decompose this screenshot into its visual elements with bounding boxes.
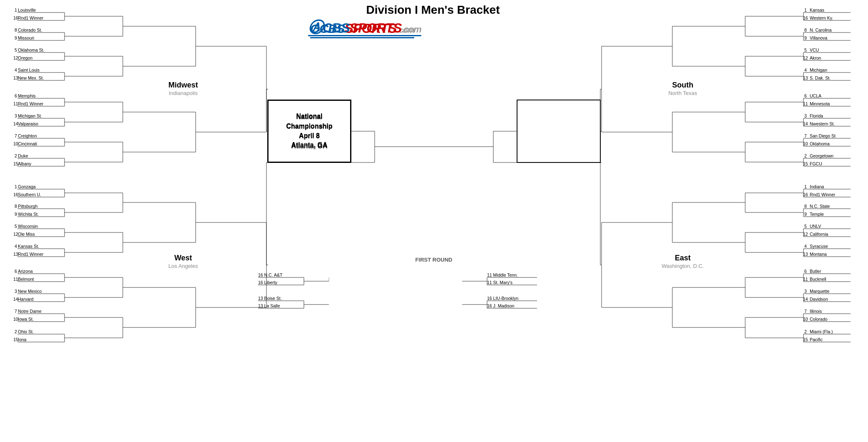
mw-seed-8: 8 xyxy=(15,27,17,32)
mw-seed-7: 7 xyxy=(15,133,17,138)
s-seed-2: 2 xyxy=(804,153,807,158)
s-team-7: San Diego St xyxy=(810,133,836,138)
e-team-14: Davidson xyxy=(810,297,828,302)
west-location: Los Angeles xyxy=(169,263,198,269)
w-team-11: Belmont xyxy=(18,277,34,282)
s-team-3: Florida xyxy=(810,113,823,118)
e-team-4: Syracuse xyxy=(810,244,828,249)
s-team-15: FGCU xyxy=(810,161,822,166)
w-seed-8: 8 xyxy=(15,204,17,209)
mw-seed-15: 15 xyxy=(13,161,18,166)
s-seed-3: 3 xyxy=(804,113,807,118)
e-seed-16: 16 xyxy=(803,192,808,197)
e-seed-1: 1 xyxy=(804,184,807,189)
s-team-5: VCU xyxy=(810,47,819,52)
s-team-12: Akron xyxy=(810,55,821,60)
fr-game3-top: 11 Middle Tenn. xyxy=(487,272,518,277)
e-team-7: Illinois xyxy=(810,309,822,314)
mw-seed-12: 12 xyxy=(13,55,18,60)
mw-team-11: Rnd1 Winner xyxy=(18,101,44,106)
com-letters: .com xyxy=(402,24,421,35)
w-seed-12: 12 xyxy=(13,232,18,237)
mw-team-15: Albany xyxy=(18,161,32,166)
mw-seed-10: 10 xyxy=(13,141,18,146)
nat-champ-text-line3: April 8 xyxy=(299,131,320,141)
mw-team-4: Saint Louis xyxy=(18,67,40,72)
first-round-label: FIRST ROUND xyxy=(415,257,453,263)
fr-game4-bot: 16 J. Madison xyxy=(487,303,515,308)
s-seed-13: 13 xyxy=(803,75,808,80)
w-team-10: Iowa St. xyxy=(18,317,34,322)
w-seed-10: 10 xyxy=(13,317,18,322)
mw-seed-3: 3 xyxy=(15,113,17,118)
e-seed-11: 11 xyxy=(803,277,808,282)
s-team-16: Western Ky. xyxy=(810,15,833,20)
nat-champ-text-box: National Championship April 8 Atlanta, G… xyxy=(268,100,351,162)
nat-champ-text-line2: Championship xyxy=(286,121,332,131)
w-team-4: Kansas St. xyxy=(18,244,39,249)
cbs-logo-text: ⒶCBSSPORTS.com xyxy=(308,20,421,35)
e-team-11: Bucknell xyxy=(810,277,826,282)
mw-seed-1: 1 xyxy=(15,7,17,12)
midwest-label: Midwest xyxy=(168,81,198,89)
w-team-12: Ole Miss xyxy=(18,232,35,237)
e-seed-5: 5 xyxy=(804,224,807,229)
mw-seed-9: 9 xyxy=(15,35,17,40)
final-four-right-rect xyxy=(517,100,600,162)
w-seed-13: 13 xyxy=(13,252,18,257)
s-team-14: Nwestern St. xyxy=(810,121,835,126)
s-seed-6: 6 xyxy=(804,93,807,98)
e-seed-4: 4 xyxy=(804,244,807,249)
e-seed-2: 2 xyxy=(804,329,807,334)
w-team-9: Wichita St. xyxy=(18,212,39,217)
w-seed-4: 4 xyxy=(15,244,17,249)
w-seed-3: 3 xyxy=(15,289,17,294)
s-team-2: Georgetown xyxy=(810,153,833,158)
mw-seed-5: 5 xyxy=(15,47,17,52)
e-seed-3: 3 xyxy=(804,289,807,294)
mw-seed-4: 4 xyxy=(15,67,17,72)
s-seed-9: 9 xyxy=(804,35,807,40)
s-seed-11: 11 xyxy=(803,101,808,106)
e-team-9-temple: Temple xyxy=(810,212,824,217)
s-seed-10: 10 xyxy=(803,141,808,146)
s-seed-4: 4 xyxy=(804,67,807,72)
e-seed-12: 12 xyxy=(803,232,808,237)
cbs-circle-icon: Ⓐ xyxy=(308,19,323,36)
nat-champ-text-line1: National xyxy=(296,111,322,121)
mw-team-5: Oklahoma St. xyxy=(18,47,45,52)
s-seed-16: 16 xyxy=(803,15,808,20)
s-team-11: Minnesota xyxy=(810,101,830,106)
midwest-location: Indianapolis xyxy=(169,90,198,96)
east-label: East xyxy=(675,254,691,262)
w-seed-7: 7 xyxy=(15,309,17,314)
s-team-13: S. Dak. St. xyxy=(810,75,831,80)
s-seed-7: 7 xyxy=(804,133,807,138)
fr-game3-bot: 11 St. Mary's xyxy=(487,280,512,285)
s-seed-14: 14 xyxy=(803,121,808,126)
mw-team-1: Louisville xyxy=(18,7,36,12)
mw-team-3: Michigan St. xyxy=(18,113,42,118)
mw-team-14: Valparaiso xyxy=(18,121,38,126)
mw-team-9: Missouri xyxy=(18,35,34,40)
s-seed-1: 1 xyxy=(804,7,807,12)
w-team-3-nm: New Mexico xyxy=(18,289,42,294)
e-seed-15: 15 xyxy=(803,337,808,342)
mw-team-2: Duke xyxy=(18,153,28,158)
e-team-16: Rnd1 Winner xyxy=(810,192,836,197)
fr-game2-top: 13 Boise St. xyxy=(258,296,282,301)
s-team-4: Michigan xyxy=(810,67,827,72)
s-team-9: Villanova xyxy=(810,35,828,40)
mw-team-8: Colorado St. xyxy=(18,27,42,32)
e-team-8: N.C. State xyxy=(810,204,830,209)
e-team-13: Montana xyxy=(810,252,827,257)
e-team-1: Indiana xyxy=(810,184,824,189)
w-team-5: Wisconsin xyxy=(18,224,38,229)
w-team-1: Gonzaga xyxy=(18,184,36,189)
mw-team-6-memphis: Memphis xyxy=(18,93,36,98)
nat-champ-text-line4: Atlanta, GA xyxy=(291,141,327,151)
w-seed-6: 6 xyxy=(15,269,17,274)
page-title: Division I Men's Bracket xyxy=(287,3,579,17)
mw-team-16: Rnd1 Winner xyxy=(18,15,44,20)
e-team-6: Butler xyxy=(810,269,821,274)
